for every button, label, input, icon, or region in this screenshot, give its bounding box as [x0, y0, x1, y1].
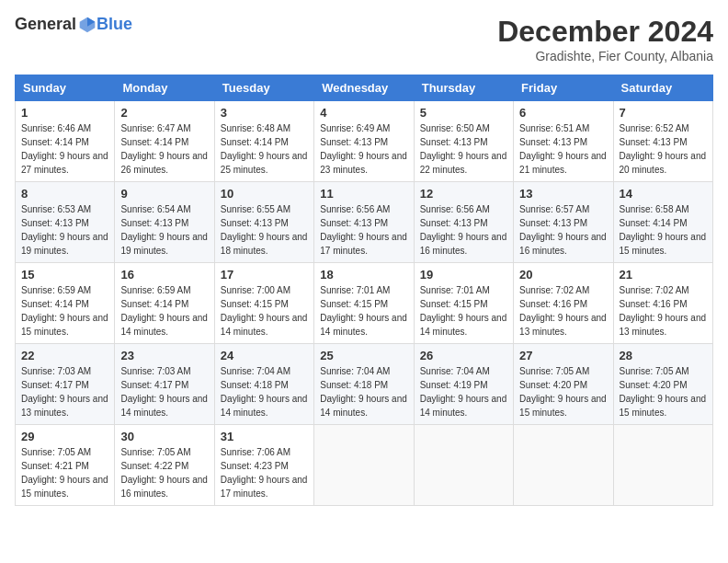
- day-info: Sunrise: 6:59 AMSunset: 4:14 PMDaylight:…: [120, 283, 208, 339]
- calendar-cell: 30Sunrise: 7:05 AMSunset: 4:22 PMDayligh…: [115, 425, 214, 506]
- calendar-cell: 24Sunrise: 7:04 AMSunset: 4:18 PMDayligh…: [214, 344, 313, 425]
- location-subtitle: Gradishte, Fier County, Albania: [497, 49, 713, 63]
- calendar-cell: 12Sunrise: 6:56 AMSunset: 4:13 PMDayligh…: [414, 182, 513, 263]
- day-number: 9: [120, 187, 208, 201]
- calendar-cell: 8Sunrise: 6:53 AMSunset: 4:13 PMDaylight…: [16, 182, 115, 263]
- day-info: Sunrise: 7:05 AMSunset: 4:20 PMDaylight:…: [519, 364, 607, 419]
- header-day: Thursday: [414, 75, 513, 101]
- day-number: 27: [519, 349, 607, 362]
- day-number: 22: [21, 349, 108, 362]
- day-number: 12: [420, 187, 507, 201]
- calendar-cell: 5Sunrise: 6:50 AMSunset: 4:13 PMDaylight…: [414, 101, 513, 182]
- day-number: 26: [420, 349, 507, 362]
- calendar-cell: 14Sunrise: 6:58 AMSunset: 4:14 PMDayligh…: [613, 182, 712, 263]
- day-info: Sunrise: 6:53 AMSunset: 4:13 PMDaylight:…: [21, 202, 108, 258]
- day-info: Sunrise: 7:06 AMSunset: 4:23 PMDaylight:…: [221, 445, 308, 500]
- logo: General Blue: [15, 15, 132, 34]
- day-number: 10: [221, 187, 308, 201]
- day-info: Sunrise: 6:47 AMSunset: 4:14 PMDaylight:…: [120, 121, 208, 177]
- day-info: Sunrise: 7:05 AMSunset: 4:22 PMDaylight:…: [120, 445, 208, 500]
- calendar-cell: 29Sunrise: 7:05 AMSunset: 4:21 PMDayligh…: [16, 425, 115, 506]
- calendar-cell: [613, 425, 712, 506]
- header-day: Monday: [115, 75, 214, 101]
- day-info: Sunrise: 6:48 AMSunset: 4:14 PMDaylight:…: [221, 121, 308, 177]
- day-number: 18: [320, 268, 407, 282]
- day-number: 25: [320, 349, 407, 362]
- month-title: December 2024: [497, 15, 713, 49]
- logo-icon: [78, 16, 97, 34]
- day-info: Sunrise: 6:56 AMSunset: 4:13 PMDaylight:…: [320, 202, 407, 258]
- calendar-cell: 1Sunrise: 6:46 AMSunset: 4:14 PMDaylight…: [16, 101, 115, 182]
- day-number: 21: [620, 268, 707, 282]
- calendar-cell: 9Sunrise: 6:54 AMSunset: 4:13 PMDaylight…: [115, 182, 214, 263]
- calendar-cell: 15Sunrise: 6:59 AMSunset: 4:14 PMDayligh…: [16, 263, 115, 344]
- day-info: Sunrise: 6:54 AMSunset: 4:13 PMDaylight:…: [120, 202, 208, 258]
- day-info: Sunrise: 7:02 AMSunset: 4:16 PMDaylight:…: [620, 283, 707, 339]
- day-info: Sunrise: 7:05 AMSunset: 4:21 PMDaylight:…: [21, 445, 108, 500]
- calendar-cell: 3Sunrise: 6:48 AMSunset: 4:14 PMDaylight…: [214, 101, 313, 182]
- calendar-week: 15Sunrise: 6:59 AMSunset: 4:14 PMDayligh…: [16, 263, 713, 344]
- day-info: Sunrise: 6:49 AMSunset: 4:13 PMDaylight:…: [320, 121, 407, 177]
- day-number: 6: [519, 106, 607, 120]
- calendar-cell: 27Sunrise: 7:05 AMSunset: 4:20 PMDayligh…: [514, 344, 613, 425]
- day-number: 30: [120, 430, 208, 443]
- calendar-week: 29Sunrise: 7:05 AMSunset: 4:21 PMDayligh…: [16, 425, 713, 506]
- logo-general: General: [15, 15, 76, 34]
- calendar-cell: [514, 425, 613, 506]
- day-number: 17: [221, 268, 308, 282]
- day-info: Sunrise: 6:55 AMSunset: 4:13 PMDaylight:…: [221, 202, 308, 258]
- header-day: Wednesday: [314, 75, 414, 101]
- day-number: 16: [120, 268, 208, 282]
- calendar-cell: 10Sunrise: 6:55 AMSunset: 4:13 PMDayligh…: [214, 182, 313, 263]
- day-number: 19: [420, 268, 507, 282]
- calendar-cell: 20Sunrise: 7:02 AMSunset: 4:16 PMDayligh…: [514, 263, 613, 344]
- page-header: General Blue December 2024 Gradishte, Fi…: [15, 15, 713, 63]
- calendar-cell: 13Sunrise: 6:57 AMSunset: 4:13 PMDayligh…: [514, 182, 613, 263]
- day-number: 29: [21, 430, 108, 443]
- calendar-cell: 19Sunrise: 7:01 AMSunset: 4:15 PMDayligh…: [414, 263, 513, 344]
- calendar-cell: 31Sunrise: 7:06 AMSunset: 4:23 PMDayligh…: [214, 425, 313, 506]
- day-info: Sunrise: 7:04 AMSunset: 4:18 PMDaylight:…: [221, 364, 308, 419]
- day-number: 3: [221, 106, 308, 120]
- day-info: Sunrise: 7:04 AMSunset: 4:18 PMDaylight:…: [320, 364, 407, 419]
- day-info: Sunrise: 7:01 AMSunset: 4:15 PMDaylight:…: [320, 283, 407, 339]
- day-number: 11: [320, 187, 407, 201]
- day-number: 15: [21, 268, 108, 282]
- calendar-cell: 6Sunrise: 6:51 AMSunset: 4:13 PMDaylight…: [514, 101, 613, 182]
- calendar-cell: 23Sunrise: 7:03 AMSunset: 4:17 PMDayligh…: [115, 344, 214, 425]
- calendar-cell: 22Sunrise: 7:03 AMSunset: 4:17 PMDayligh…: [16, 344, 115, 425]
- day-info: Sunrise: 7:01 AMSunset: 4:15 PMDaylight:…: [420, 283, 507, 339]
- calendar-table: SundayMondayTuesdayWednesdayThursdayFrid…: [15, 75, 713, 506]
- day-number: 20: [519, 268, 607, 282]
- header-day: Friday: [514, 75, 613, 101]
- day-number: 24: [221, 349, 308, 362]
- calendar-cell: 7Sunrise: 6:52 AMSunset: 4:13 PMDaylight…: [613, 101, 712, 182]
- calendar-cell: 4Sunrise: 6:49 AMSunset: 4:13 PMDaylight…: [314, 101, 414, 182]
- calendar-cell: 18Sunrise: 7:01 AMSunset: 4:15 PMDayligh…: [314, 263, 414, 344]
- day-number: 8: [21, 187, 108, 201]
- day-info: Sunrise: 6:51 AMSunset: 4:13 PMDaylight:…: [519, 121, 607, 177]
- calendar-cell: 16Sunrise: 6:59 AMSunset: 4:14 PMDayligh…: [115, 263, 214, 344]
- day-info: Sunrise: 6:59 AMSunset: 4:14 PMDaylight:…: [21, 283, 108, 339]
- calendar-cell: 28Sunrise: 7:05 AMSunset: 4:20 PMDayligh…: [613, 344, 712, 425]
- day-number: 1: [21, 106, 108, 120]
- calendar-cell: 21Sunrise: 7:02 AMSunset: 4:16 PMDayligh…: [613, 263, 712, 344]
- calendar-week: 22Sunrise: 7:03 AMSunset: 4:17 PMDayligh…: [16, 344, 713, 425]
- day-number: 13: [519, 187, 607, 201]
- day-info: Sunrise: 6:57 AMSunset: 4:13 PMDaylight:…: [519, 202, 607, 258]
- header-day: Saturday: [613, 75, 712, 101]
- day-info: Sunrise: 7:03 AMSunset: 4:17 PMDaylight:…: [21, 364, 108, 419]
- header-row: SundayMondayTuesdayWednesdayThursdayFrid…: [16, 75, 713, 101]
- day-info: Sunrise: 6:52 AMSunset: 4:13 PMDaylight:…: [620, 121, 707, 177]
- day-number: 23: [120, 349, 208, 362]
- calendar-cell: [414, 425, 513, 506]
- calendar-week: 8Sunrise: 6:53 AMSunset: 4:13 PMDaylight…: [16, 182, 713, 263]
- calendar-cell: 25Sunrise: 7:04 AMSunset: 4:18 PMDayligh…: [314, 344, 414, 425]
- calendar-cell: 2Sunrise: 6:47 AMSunset: 4:14 PMDaylight…: [115, 101, 214, 182]
- day-info: Sunrise: 7:03 AMSunset: 4:17 PMDaylight:…: [120, 364, 208, 419]
- day-info: Sunrise: 7:00 AMSunset: 4:15 PMDaylight:…: [221, 283, 308, 339]
- calendar-cell: 11Sunrise: 6:56 AMSunset: 4:13 PMDayligh…: [314, 182, 414, 263]
- day-number: 2: [120, 106, 208, 120]
- day-number: 7: [620, 106, 707, 120]
- logo-blue: Blue: [97, 15, 132, 34]
